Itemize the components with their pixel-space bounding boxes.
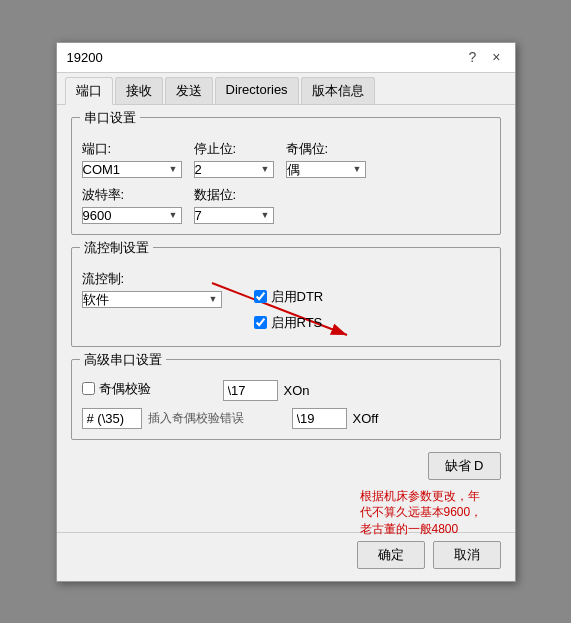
baud-group: 波特率: 1200 2400 4800 9600 19200 38400 576… — [82, 186, 182, 224]
stopbits-group: 停止位: 1 1.5 2 — [194, 140, 274, 178]
dialog-title: 19200 — [67, 50, 103, 65]
serial-settings-title: 串口设置 — [80, 109, 140, 127]
parity-check-row: 奇偶校验 — [82, 380, 151, 398]
port-label: 端口: — [82, 140, 182, 158]
databits-select[interactable]: 5 6 7 8 — [194, 207, 274, 224]
dialog-window: 19200 ? × 端口 接收 发送 Directories 版本信息 串口设置 — [56, 42, 516, 582]
close-button[interactable]: × — [488, 50, 504, 64]
default-button[interactable]: 缺省 D — [428, 452, 501, 480]
xon-group: XOn — [223, 380, 310, 401]
flow-control-group: 流控制设置 流控制: 无 软件 硬件 启用DTR — [71, 247, 501, 347]
port-select[interactable]: COM1 COM2 COM3 COM4 — [82, 161, 182, 178]
flow-select-wrapper[interactable]: 无 软件 硬件 — [82, 291, 222, 308]
dtr-checkbox[interactable] — [254, 290, 267, 303]
xon-input[interactable] — [223, 380, 278, 401]
insert-value-input[interactable] — [82, 408, 142, 429]
advanced-inner: 奇偶校验 XOn 插入奇偶校验错误 XOff — [82, 368, 490, 429]
rts-row: 启用RTS — [254, 314, 324, 332]
dtr-label[interactable]: 启用DTR — [271, 288, 324, 306]
insert-sublabel: 插入奇偶校验错误 — [148, 410, 244, 427]
xoff-input[interactable] — [292, 408, 347, 429]
flow-label: 流控制: — [82, 270, 222, 288]
title-bar: 19200 ? × — [57, 43, 515, 73]
tab-bar: 端口 接收 发送 Directories 版本信息 — [57, 73, 515, 105]
advanced-settings-group: 高级串口设置 奇偶校验 XOn 插入奇偶校验错误 — [71, 359, 501, 440]
stopbits-label: 停止位: — [194, 140, 274, 158]
tab-version[interactable]: 版本信息 — [301, 77, 375, 104]
serial-settings-group: 串口设置 端口: COM1 COM2 COM3 COM4 停止位: — [71, 117, 501, 235]
parity-group: 奇偶位: 无 奇 偶 标记 空格 — [286, 140, 366, 178]
rts-label[interactable]: 启用RTS — [271, 314, 323, 332]
tab-receive[interactable]: 接收 — [115, 77, 163, 104]
port-group: 端口: COM1 COM2 COM3 COM4 — [82, 140, 182, 178]
flow-control-title: 流控制设置 — [80, 239, 153, 257]
rts-checkbox[interactable] — [254, 316, 267, 329]
tab-send[interactable]: 发送 — [165, 77, 213, 104]
help-button[interactable]: ? — [465, 50, 481, 64]
annotation-box: 根据机床参数更改，年代不算久远基本9600，老古董的一般4800 — [360, 488, 490, 538]
tab-port[interactable]: 端口 — [65, 77, 113, 105]
title-controls: ? × — [465, 50, 505, 64]
xoff-label: XOff — [353, 411, 379, 426]
tab-content: 串口设置 端口: COM1 COM2 COM3 COM4 停止位: — [57, 105, 515, 532]
databits-select-wrapper[interactable]: 5 6 7 8 — [194, 207, 274, 224]
baud-label: 波特率: — [82, 186, 182, 204]
parity-check-checkbox[interactable] — [82, 382, 95, 395]
insert-group: 插入奇偶校验错误 — [82, 408, 262, 429]
stopbits-select[interactable]: 1 1.5 2 — [194, 161, 274, 178]
parity-select[interactable]: 无 奇 偶 标记 空格 — [286, 161, 366, 178]
parity-check-label[interactable]: 奇偶校验 — [99, 380, 151, 398]
advanced-settings-title: 高级串口设置 — [80, 351, 166, 369]
databits-label: 数据位: — [194, 186, 274, 204]
stopbits-select-wrapper[interactable]: 1 1.5 2 — [194, 161, 274, 178]
ok-button[interactable]: 确定 — [357, 541, 425, 569]
parity-label: 奇偶位: — [286, 140, 366, 158]
databits-group: 数据位: 5 6 7 8 — [194, 186, 274, 224]
port-select-wrapper[interactable]: COM1 COM2 COM3 COM4 — [82, 161, 182, 178]
tab-directories[interactable]: Directories — [215, 77, 299, 104]
default-btn-row: 缺省 D — [71, 452, 501, 480]
annotation-text: 根据机床参数更改，年代不算久远基本9600，老古董的一般4800 — [360, 489, 483, 537]
xon-label: XOn — [284, 383, 310, 398]
flow-select-group: 流控制: 无 软件 硬件 — [82, 270, 222, 308]
baud-select[interactable]: 1200 2400 4800 9600 19200 38400 57600 11… — [82, 207, 182, 224]
dtr-rts-group: 启用DTR 启用RTS — [254, 288, 324, 336]
footer: 确定 取消 — [57, 532, 515, 581]
flow-select[interactable]: 无 软件 硬件 — [82, 291, 222, 308]
dtr-row: 启用DTR — [254, 288, 324, 306]
cancel-button[interactable]: 取消 — [433, 541, 501, 569]
parity-select-wrapper[interactable]: 无 奇 偶 标记 空格 — [286, 161, 366, 178]
xoff-group: XOff — [292, 408, 379, 429]
baud-select-wrapper[interactable]: 1200 2400 4800 9600 19200 38400 57600 11… — [82, 207, 182, 224]
